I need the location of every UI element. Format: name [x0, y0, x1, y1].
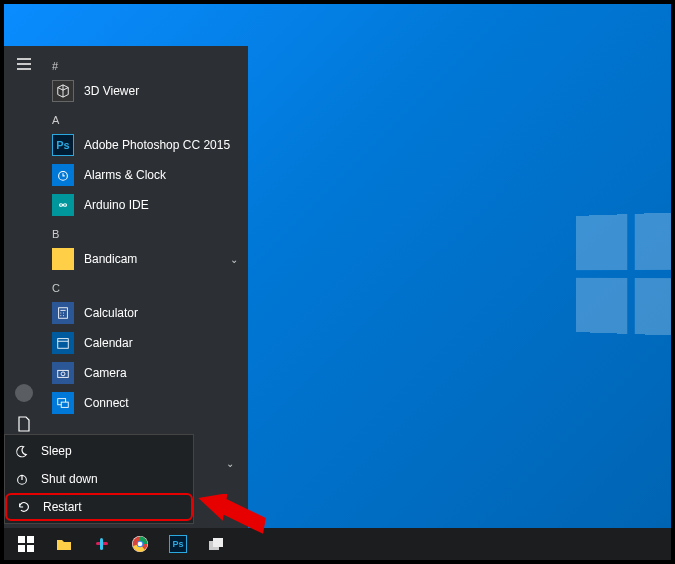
- taskbar-file-explorer[interactable]: [46, 529, 82, 559]
- power-label: Sleep: [41, 444, 72, 458]
- power-label: Restart: [43, 500, 82, 514]
- power-label: Shut down: [41, 472, 98, 486]
- restart-icon: [17, 500, 31, 514]
- letter-header[interactable]: A: [48, 106, 248, 130]
- app-3d-viewer[interactable]: 3D Viewer: [48, 76, 248, 106]
- sleep-option[interactable]: Sleep: [5, 437, 193, 465]
- svg-rect-18: [100, 538, 103, 550]
- chevron-down-icon: ⌄: [230, 254, 238, 265]
- shutdown-icon: [15, 472, 29, 486]
- app-connect[interactable]: Connect: [48, 388, 248, 418]
- app-camera[interactable]: Camera: [48, 358, 248, 388]
- app-bandicam[interactable]: Bandicam ⌄: [48, 244, 248, 274]
- chevron-down-icon[interactable]: ⌄: [226, 458, 234, 469]
- svg-rect-15: [18, 545, 25, 552]
- app-arduino[interactable]: Arduino IDE: [48, 190, 248, 220]
- calculator-icon: [52, 302, 74, 324]
- arduino-icon: [52, 194, 74, 216]
- taskbar-slack[interactable]: [84, 529, 120, 559]
- photoshop-icon: Ps: [52, 134, 74, 156]
- svg-marker-12: [196, 494, 266, 534]
- app-label: Alarms & Clock: [84, 168, 248, 182]
- taskbar-photoshop[interactable]: Ps: [160, 529, 196, 559]
- restart-option[interactable]: Restart: [5, 493, 193, 521]
- app-alarms[interactable]: Alarms & Clock: [48, 160, 248, 190]
- app-label: Connect: [84, 396, 248, 410]
- user-avatar[interactable]: [15, 384, 33, 402]
- app-label: Camera: [84, 366, 248, 380]
- folder-icon: [52, 248, 74, 270]
- connect-icon: [52, 392, 74, 414]
- shutdown-option[interactable]: Shut down: [5, 465, 193, 493]
- app-photoshop[interactable]: Ps Adobe Photoshop CC 2015: [48, 130, 248, 160]
- sleep-icon: [15, 444, 29, 458]
- svg-point-8: [61, 372, 65, 376]
- taskbar-chrome[interactable]: [122, 529, 158, 559]
- windows-wallpaper-logo: [576, 212, 671, 336]
- app-label: Adobe Photoshop CC 2015: [84, 138, 248, 152]
- annotation-arrow: [196, 494, 266, 544]
- power-menu: Sleep Shut down Restart: [4, 434, 194, 524]
- app-label: Bandicam: [84, 252, 220, 266]
- cube-icon: [52, 80, 74, 102]
- letter-header[interactable]: B: [48, 220, 248, 244]
- app-label: Arduino IDE: [84, 198, 248, 212]
- app-label: Calendar: [84, 336, 248, 350]
- app-label: 3D Viewer: [84, 84, 248, 98]
- desktop: # 3D Viewer A Ps Adobe Photoshop CC 2015…: [4, 4, 671, 560]
- calendar-icon: [52, 332, 74, 354]
- hamburger-icon[interactable]: [16, 56, 32, 72]
- svg-rect-10: [61, 402, 68, 407]
- app-calendar[interactable]: Calendar: [48, 328, 248, 358]
- svg-point-22: [138, 542, 143, 547]
- app-label: Calculator: [84, 306, 248, 320]
- letter-header[interactable]: C: [48, 274, 248, 298]
- svg-rect-7: [58, 370, 69, 377]
- taskbar: Ps: [4, 528, 671, 560]
- svg-rect-6: [58, 339, 69, 349]
- alarm-icon: [52, 164, 74, 186]
- documents-icon[interactable]: [16, 416, 32, 432]
- svg-rect-16: [27, 545, 34, 552]
- letter-header[interactable]: #: [48, 52, 248, 76]
- app-calculator[interactable]: Calculator: [48, 298, 248, 328]
- camera-icon: [52, 362, 74, 384]
- svg-rect-14: [27, 536, 34, 543]
- svg-rect-13: [18, 536, 25, 543]
- start-button[interactable]: [8, 529, 44, 559]
